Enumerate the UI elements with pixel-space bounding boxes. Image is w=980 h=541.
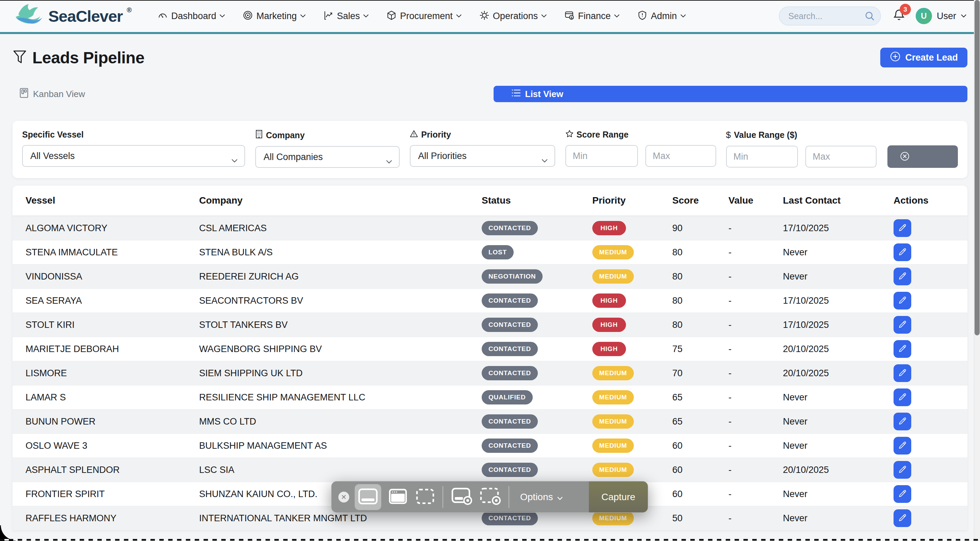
nav-item-operations[interactable]: Operations bbox=[479, 10, 547, 22]
status-cell: CONTACTED bbox=[482, 366, 592, 380]
table-header: VesselCompanyStatusPriorityScoreValueLas… bbox=[13, 186, 967, 216]
company-cell: LSC SIA bbox=[199, 465, 482, 475]
record-selection-button[interactable] bbox=[480, 488, 502, 507]
chevron-down-icon bbox=[231, 154, 238, 165]
status-badge: CONTACTED bbox=[482, 439, 538, 453]
topbar-right: 3 U User bbox=[779, 6, 966, 25]
kanban-view-button[interactable]: Kanban View bbox=[13, 86, 487, 102]
score-range-label: Score Range bbox=[565, 130, 716, 140]
priority-cell: HIGH bbox=[592, 318, 672, 332]
nav-item-marketing[interactable]: Marketing bbox=[243, 10, 305, 22]
value-cell: - bbox=[729, 441, 783, 451]
table-row: STENA IMMACULATESTENA BULK A/SLOSTMEDIUM… bbox=[13, 240, 967, 264]
capture-screen-button[interactable] bbox=[355, 484, 381, 510]
value-cell: - bbox=[729, 392, 783, 403]
edit-button[interactable] bbox=[894, 267, 911, 285]
close-icon[interactable]: ✕ bbox=[338, 492, 349, 503]
list-icon bbox=[511, 89, 521, 100]
brand-logo[interactable]: SeaClever ® bbox=[14, 2, 131, 30]
priority-select[interactable]: All Priorities bbox=[410, 145, 555, 167]
scrollbar-thumb[interactable] bbox=[975, 0, 980, 335]
whale-logo-icon bbox=[14, 2, 45, 30]
table-row: STOLT KIRISTOLT TANKERS BVCONTACTEDHIGH8… bbox=[13, 313, 967, 337]
edit-button[interactable] bbox=[894, 243, 911, 261]
priority-badge: HIGH bbox=[592, 293, 626, 308]
pencil-icon bbox=[897, 489, 907, 500]
nav-item-label: Finance bbox=[578, 11, 611, 21]
status-cell: CONTACTED bbox=[482, 318, 592, 332]
table-row: LISMORESIEM SHIPPING UK LTDCONTACTEDMEDI… bbox=[13, 361, 967, 385]
score-max-input[interactable] bbox=[645, 145, 716, 167]
last-contact-cell: 17/10/2025 bbox=[783, 296, 894, 306]
target-icon bbox=[243, 10, 253, 22]
list-view-button[interactable]: List View bbox=[493, 86, 968, 102]
vessel-select[interactable]: All Vessels bbox=[22, 145, 245, 167]
edit-button[interactable] bbox=[894, 316, 911, 334]
funnel-icon bbox=[13, 49, 27, 66]
priority-badge: MEDIUM bbox=[592, 245, 634, 259]
last-contact-cell: Never bbox=[783, 441, 894, 451]
status-cell: CONTACTED bbox=[482, 293, 592, 308]
create-lead-button[interactable]: Create Lead bbox=[880, 48, 967, 67]
value-min-input[interactable] bbox=[726, 146, 798, 167]
nav-item-dashboard[interactable]: Dashboard bbox=[158, 10, 225, 22]
status-badge: LOST bbox=[482, 245, 514, 259]
priority-badge: MEDIUM bbox=[592, 366, 634, 380]
table-row: BUNUN POWERMMS CO LTDCONTACTEDMEDIUM65-N… bbox=[13, 410, 967, 434]
priority-badge: MEDIUM bbox=[592, 439, 634, 453]
edit-button[interactable] bbox=[894, 509, 911, 527]
capture-window-button[interactable] bbox=[389, 488, 407, 506]
capture-selection-icon bbox=[416, 488, 434, 506]
nav-item-finance[interactable]: $Finance bbox=[565, 10, 619, 22]
score-min-input[interactable] bbox=[565, 145, 638, 167]
last-contact-cell: 20/10/2025 bbox=[783, 344, 894, 355]
capture-button[interactable]: Capture bbox=[589, 481, 648, 512]
notifications-button[interactable]: 3 bbox=[892, 8, 905, 24]
score-cell: 90 bbox=[672, 223, 729, 234]
last-contact-cell: Never bbox=[783, 247, 894, 258]
edit-button[interactable] bbox=[894, 219, 911, 237]
search-icon[interactable] bbox=[865, 11, 875, 22]
edit-button[interactable] bbox=[894, 340, 911, 358]
record-screen-button[interactable] bbox=[451, 488, 473, 507]
pencil-icon bbox=[897, 320, 907, 330]
edit-button[interactable] bbox=[894, 485, 911, 503]
edit-button[interactable] bbox=[894, 437, 911, 455]
priority-cell: MEDIUM bbox=[592, 414, 672, 429]
clear-filters-button[interactable] bbox=[888, 145, 958, 168]
score-cell: 70 bbox=[672, 368, 729, 379]
status-badge: CONTACTED bbox=[482, 293, 538, 308]
edit-button[interactable] bbox=[894, 364, 911, 382]
priority-badge: MEDIUM bbox=[592, 463, 634, 477]
edit-button[interactable] bbox=[894, 292, 911, 309]
user-menu[interactable]: U User bbox=[916, 8, 966, 24]
company-cell: INTERNATIONAL TANKER MNGMT LTD bbox=[199, 513, 482, 523]
nav-item-procurement[interactable]: Procurement bbox=[387, 10, 461, 22]
leads-table: VesselCompanyStatusPriorityScoreValueLas… bbox=[13, 186, 967, 530]
actions-cell bbox=[894, 388, 967, 406]
status-badge: CONTACTED bbox=[482, 318, 538, 332]
nav-item-sales[interactable]: Sales bbox=[323, 10, 369, 22]
priority-badge: MEDIUM bbox=[592, 414, 634, 429]
edit-button[interactable] bbox=[894, 413, 911, 430]
actions-cell bbox=[894, 292, 967, 309]
edit-button[interactable] bbox=[894, 388, 911, 406]
search-box bbox=[779, 6, 881, 25]
value-cell: - bbox=[729, 368, 783, 379]
screenshot-toolbar: ✕ bbox=[331, 481, 648, 513]
company-cell: REEDEREI ZURICH AG bbox=[199, 271, 482, 282]
last-contact-cell: 17/10/2025 bbox=[783, 223, 894, 234]
nav-item-label: Dashboard bbox=[171, 11, 216, 21]
chevron-down-icon bbox=[456, 13, 461, 19]
status-cell: NEGOTIATION bbox=[482, 269, 592, 283]
capture-selection-button[interactable] bbox=[416, 488, 434, 506]
options-button[interactable]: Options bbox=[520, 492, 563, 503]
status-cell: QUALIFIED bbox=[482, 390, 592, 404]
value-max-input[interactable] bbox=[805, 146, 877, 167]
column-header-vessel: Vessel bbox=[25, 195, 199, 206]
column-header-last-contact: Last Contact bbox=[783, 195, 894, 206]
company-select[interactable]: All Companies bbox=[255, 146, 399, 168]
box-icon bbox=[387, 10, 396, 22]
nav-item-admin[interactable]: Admin bbox=[637, 10, 686, 22]
edit-button[interactable] bbox=[894, 461, 911, 479]
